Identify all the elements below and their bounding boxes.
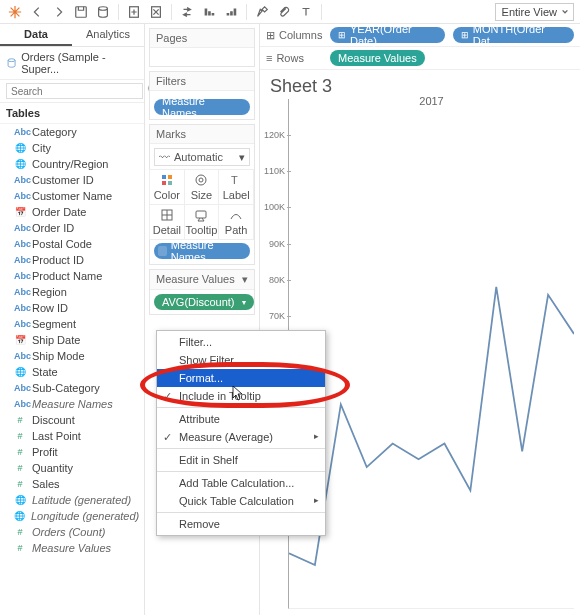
menu-item-measure-average[interactable]: Measure (Average) (157, 428, 325, 446)
columns-shelf[interactable]: ⊞Columns ⊞YEAR(Order Date) ⊞MONTH(Order … (260, 24, 580, 47)
marks-tooltip-button[interactable]: Tooltip (184, 204, 220, 240)
tableau-logo-icon[interactable] (6, 3, 24, 21)
field-customer-id[interactable]: AbcCustomer ID (0, 172, 144, 188)
swap-icon[interactable] (178, 3, 196, 21)
clear-sheet-icon[interactable] (147, 3, 165, 21)
text-icon[interactable] (297, 3, 315, 21)
tab-data[interactable]: Data (0, 24, 72, 46)
data-pane-tabs: Data Analytics (0, 24, 144, 47)
filter-pill-measure-names[interactable]: Measure Names (154, 99, 250, 115)
svg-text:T: T (231, 174, 238, 186)
field-customer-name[interactable]: AbcCustomer Name (0, 188, 144, 204)
field-city[interactable]: 🌐City (0, 140, 144, 156)
menu-item-attribute[interactable]: Attribute (157, 410, 325, 428)
field-order-id[interactable]: AbcOrder ID (0, 220, 144, 236)
svg-rect-5 (162, 175, 166, 179)
toolbar-separator (171, 4, 172, 20)
field-sales[interactable]: #Sales (0, 476, 144, 492)
menu-item-remove[interactable]: Remove (157, 515, 325, 533)
menu-item-filter[interactable]: Filter... (157, 333, 325, 351)
field-ship-mode[interactable]: AbcShip Mode (0, 348, 144, 364)
pill-menu-icon[interactable]: ▾ (242, 298, 246, 307)
menu-item-show-filter[interactable]: Show Filter (157, 351, 325, 369)
menu-item-format[interactable]: Format... (157, 369, 325, 387)
fit-selector[interactable]: Entire View (495, 3, 574, 21)
measure-values-pill[interactable]: AVG(Discount)▾ (154, 294, 254, 310)
menu-item-include-in-tooltip[interactable]: Include in Tooltip (157, 387, 325, 405)
chevron-down-icon: ▾ (239, 151, 245, 164)
field-ship-date[interactable]: 📅Ship Date (0, 332, 144, 348)
marks-color-button[interactable]: Color (149, 169, 185, 205)
color-swatch-icon (158, 246, 167, 256)
marks-card-title: Marks (150, 125, 254, 144)
field-measure-names[interactable]: AbcMeasure Names (0, 396, 144, 412)
field-orders-count-[interactable]: #Orders (Count) (0, 524, 144, 540)
field-state[interactable]: 🌐State (0, 364, 144, 380)
columns-pill-month[interactable]: ⊞MONTH(Order Dat.. (453, 27, 574, 43)
field-product-id[interactable]: AbcProduct ID (0, 252, 144, 268)
field-country-region[interactable]: 🌐Country/Region (0, 156, 144, 172)
marks-type-selector[interactable]: 〰Automatic ▾ (154, 148, 250, 166)
menu-item-add-table-calculation[interactable]: Add Table Calculation... (157, 474, 325, 492)
search-input[interactable] (6, 83, 143, 99)
field-profit[interactable]: #Profit (0, 444, 144, 460)
attach-icon[interactable] (275, 3, 293, 21)
new-datasource-icon[interactable] (94, 3, 112, 21)
columns-pill-year[interactable]: ⊞YEAR(Order Date) (330, 27, 445, 43)
field-category[interactable]: AbcCategory (0, 124, 144, 140)
menu-item-edit-in-shelf[interactable]: Edit in Shelf (157, 451, 325, 469)
svg-point-4 (8, 59, 15, 62)
highlight-icon[interactable] (253, 3, 271, 21)
field-product-name[interactable]: AbcProduct Name (0, 268, 144, 284)
save-icon[interactable] (72, 3, 90, 21)
rows-label: Rows (276, 52, 304, 64)
label-icon: T (229, 173, 243, 187)
detail-icon (160, 208, 174, 222)
tab-analytics[interactable]: Analytics (72, 24, 144, 46)
y-axis-tick: 70K (259, 311, 285, 321)
size-icon (194, 173, 208, 187)
filters-shelf[interactable]: Filters Measure Names (149, 71, 255, 120)
color-icon (160, 173, 174, 187)
chevron-down-icon[interactable]: ▾ (242, 273, 248, 286)
field-order-date[interactable]: 📅Order Date (0, 204, 144, 220)
field-row-id[interactable]: AbcRow ID (0, 300, 144, 316)
marks-label-button[interactable]: TLabel (218, 169, 254, 205)
rows-shelf[interactable]: ≡Rows Measure Values (260, 47, 580, 70)
rows-icon: ≡ (266, 52, 272, 64)
svg-point-10 (199, 178, 203, 182)
chart-area[interactable]: 2017 120K110K100K90K80K70K60K50K40K30K20… (288, 99, 574, 609)
menu-item-quick-table-calculation[interactable]: Quick Table Calculation (157, 492, 325, 510)
tables-header: Tables (0, 103, 144, 124)
forward-icon[interactable] (50, 3, 68, 21)
field-segment[interactable]: AbcSegment (0, 316, 144, 332)
data-source-row[interactable]: Orders (Sample - Super... (0, 47, 144, 80)
filters-shelf-title: Filters (150, 72, 254, 91)
marks-path-button[interactable]: Path (218, 204, 254, 240)
field-longitude-generated-[interactable]: 🌐Longitude (generated) (0, 508, 144, 524)
field-sub-category[interactable]: AbcSub-Category (0, 380, 144, 396)
field-discount[interactable]: #Discount (0, 412, 144, 428)
columns-icon: ⊞ (266, 29, 275, 42)
marks-detail-button[interactable]: Detail (149, 204, 185, 240)
measure-values-shelf[interactable]: Measure Values ▾ AVG(Discount)▾ (149, 269, 255, 315)
automatic-icon: 〰 (159, 151, 170, 163)
rows-pill-measure-values[interactable]: Measure Values (330, 50, 425, 66)
path-icon (229, 208, 243, 222)
field-quantity[interactable]: #Quantity (0, 460, 144, 476)
color-pill-measure-names[interactable]: Measure Names (154, 243, 250, 259)
sort-asc-icon[interactable] (200, 3, 218, 21)
field-measure-values[interactable]: #Measure Values (0, 540, 144, 556)
marks-size-button[interactable]: Size (184, 169, 220, 205)
field-last-point[interactable]: #Last Point (0, 428, 144, 444)
pages-shelf[interactable]: Pages (149, 28, 255, 67)
back-icon[interactable] (28, 3, 46, 21)
sort-desc-icon[interactable] (222, 3, 240, 21)
new-worksheet-icon[interactable] (125, 3, 143, 21)
fields-list: AbcCategory🌐City🌐Country/RegionAbcCustom… (0, 124, 144, 556)
y-axis-tick: 90K (259, 239, 285, 249)
field-latitude-generated-[interactable]: 🌐Latitude (generated) (0, 492, 144, 508)
tooltip-icon (194, 208, 208, 222)
field-region[interactable]: AbcRegion (0, 284, 144, 300)
field-postal-code[interactable]: AbcPostal Code (0, 236, 144, 252)
